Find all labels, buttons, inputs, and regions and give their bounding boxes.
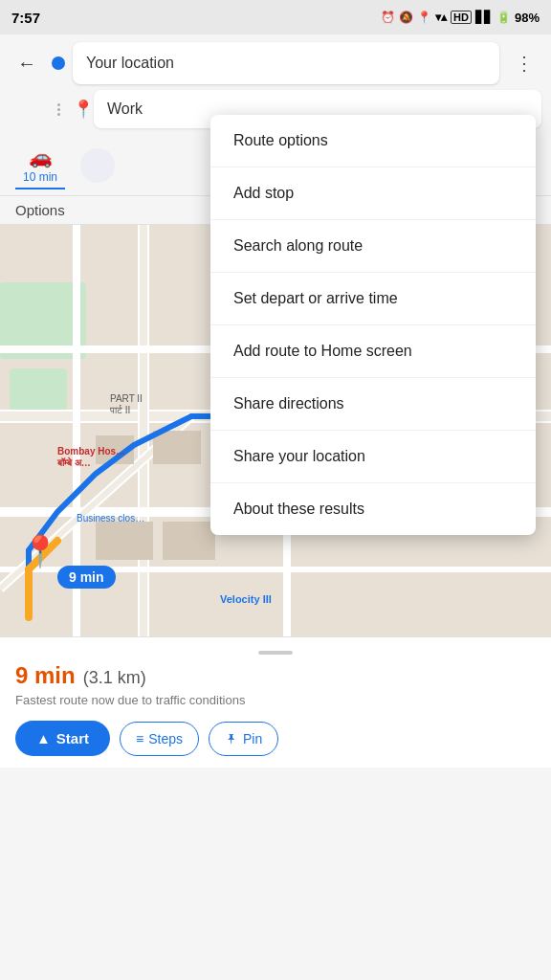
svg-rect-15 [153, 431, 201, 464]
dropdown-item-search-along-route[interactable]: Search along route [210, 220, 536, 273]
drive-icon: 🚗 [29, 145, 53, 168]
route-description: Fastest route now due to traffic conditi… [15, 693, 536, 707]
origin-row: ← Your location ⋮ [10, 42, 541, 84]
battery-percent: 98% [515, 11, 540, 25]
status-icons: ⏰ 🔕 📍 ▾▴ HD ▋▋ 🔋 98% [381, 11, 540, 25]
hd-badge: HD [451, 11, 472, 24]
dropdown-item-add-stop[interactable]: Add stop [210, 167, 536, 220]
location-icon: 📍 [417, 11, 431, 24]
battery-icon: 🔋 [496, 11, 511, 24]
pin-icon: 🖈 [225, 731, 238, 746]
drag-handle[interactable] [258, 651, 293, 655]
status-bar: 7:57 ⏰ 🔕 📍 ▾▴ HD ▋▋ 🔋 98% [0, 0, 551, 34]
route-info: 9 min (3.1 km) [15, 662, 536, 689]
steps-button[interactable]: ≡ Steps [120, 722, 199, 756]
destination-pin-icon: 📍 [73, 99, 86, 120]
action-buttons: ▲ Start ≡ Steps 🖈 Pin [15, 721, 536, 756]
svg-rect-18 [163, 522, 215, 560]
dropdown-item-add-to-home[interactable]: Add route to Home screen [210, 325, 536, 378]
bottom-panel: 9 min (3.1 km) Fastest route now due to … [0, 636, 551, 768]
mode-selector-circle [80, 148, 115, 183]
svg-rect-17 [96, 522, 153, 560]
more-options-button[interactable]: ⋮ [507, 46, 541, 80]
wifi-icon: ▾▴ [435, 11, 447, 24]
mute-icon: 🔕 [399, 11, 413, 24]
destination-map-pin: 📍 [21, 533, 59, 569]
navigation-icon: ▲ [36, 730, 51, 746]
business-label: Business clos… [77, 512, 144, 523]
back-button[interactable]: ← [10, 46, 44, 80]
dropdown-item-share-location[interactable]: Share your location [210, 431, 536, 483]
dropdown-menu: Route optionsAdd stopSearch along routeS… [210, 115, 536, 535]
route-connector-icon [52, 103, 65, 116]
signal-icon: ▋▋ [475, 11, 493, 24]
map-time-badge: 9 min [57, 566, 116, 589]
origin-dot-icon [52, 56, 65, 70]
velocity-label: Velocity III [220, 593, 272, 605]
pin-button[interactable]: 🖈 Pin [209, 722, 278, 756]
steps-icon: ≡ [136, 731, 143, 746]
start-button[interactable]: ▲ Start [15, 721, 110, 756]
alarm-icon: ⏰ [381, 11, 395, 24]
drive-mode-option[interactable]: 🚗 10 min [15, 142, 65, 189]
origin-input[interactable]: Your location [73, 42, 499, 84]
route-time: 9 min [15, 662, 76, 689]
hospital-label: Bombay Hos… बॉम्बे अ… [57, 445, 125, 469]
route-distance: (3.1 km) [83, 668, 146, 688]
svg-rect-2 [10, 368, 67, 416]
dropdown-item-share-directions[interactable]: Share directions [210, 378, 536, 431]
dropdown-item-set-depart-arrive[interactable]: Set depart or arrive time [210, 273, 536, 325]
status-time: 7:57 [11, 10, 40, 26]
dropdown-item-about-results[interactable]: About these results [210, 483, 536, 535]
dropdown-item-route-options[interactable]: Route options [210, 115, 536, 167]
part-ii-label: PART II पार्ट II [110, 392, 143, 416]
